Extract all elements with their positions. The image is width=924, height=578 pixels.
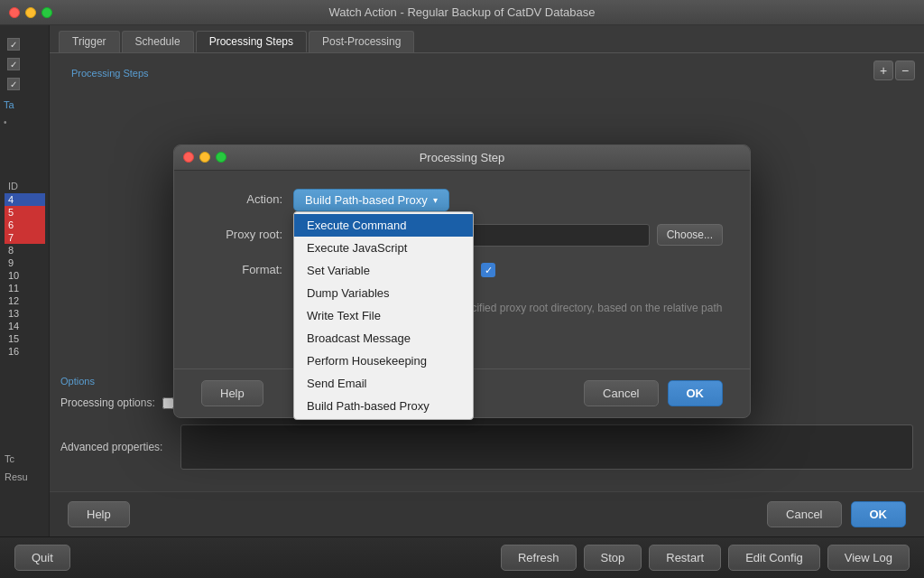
dialog-maximize-button[interactable]: [216, 152, 226, 163]
refresh-button[interactable]: Refresh: [501, 545, 577, 571]
ok-button[interactable]: OK: [668, 380, 724, 406]
dropdown-item-execute-js[interactable]: Execute JavaScript: [294, 237, 473, 259]
dialog-action-buttons: Cancel OK: [584, 380, 723, 406]
traffic-lights: [9, 7, 52, 18]
minimize-button[interactable]: [25, 7, 36, 18]
stop-button[interactable]: Stop: [584, 545, 642, 571]
dropdown-item-write-text[interactable]: Write Text File: [294, 304, 473, 327]
edit-config-button[interactable]: Edit Config: [728, 545, 820, 571]
quit-button[interactable]: Quit: [14, 545, 70, 571]
dialog-minimize-button[interactable]: [199, 152, 210, 163]
format-label: Format:: [201, 259, 282, 276]
main-window: ✓ ✓ ✓ Ta • ID 4 5 6 7 8 9 10 11 12 13 14…: [0, 25, 924, 536]
maximize-button[interactable]: [42, 7, 52, 18]
dialog-title-text: Processing Step: [420, 151, 505, 164]
dialog-close-button[interactable]: [183, 152, 194, 163]
window-title: Watch Action - Regular Backup of CatDV D…: [328, 5, 595, 19]
close-button[interactable]: [9, 7, 20, 18]
restart-button[interactable]: Restart: [649, 545, 721, 571]
action-dropdown-button[interactable]: Build Path-based Proxy ▾: [293, 189, 449, 211]
description-spacer: [201, 294, 282, 298]
dialog-body: Action: Build Path-based Proxy ▾ Execute…: [174, 171, 750, 368]
processing-step-dialog: Processing Step Action: Build Path-based…: [173, 144, 751, 418]
outer-footer-toolbar: Quit Refresh Stop Restart Edit Config Vi…: [0, 536, 924, 578]
dropdown-arrow-icon: ▾: [433, 195, 438, 205]
dropdown-item-send-email[interactable]: Send Email: [294, 372, 473, 395]
dropdown-item-set-variable[interactable]: Set Variable: [294, 259, 473, 282]
help-button[interactable]: Help: [201, 380, 263, 406]
dropdown-item-broadcast[interactable]: Broadcast Message: [294, 327, 473, 350]
dropdown-item-build-proxy[interactable]: Build Path-based Proxy: [294, 395, 473, 417]
dropdown-item-housekeeping[interactable]: Perform Housekeeping: [294, 350, 473, 372]
choose-button[interactable]: Choose...: [657, 224, 723, 246]
dropdown-item-execute-command[interactable]: Execute Command: [294, 214, 473, 237]
action-dropdown-menu[interactable]: Execute Command Execute JavaScript Set V…: [293, 211, 474, 420]
proxy-root-label: Proxy root:: [201, 224, 282, 241]
dialog-overlay: Processing Step Action: Build Path-based…: [0, 25, 924, 536]
cancel-button[interactable]: Cancel: [584, 380, 658, 406]
dialog-traffic-lights: [183, 152, 226, 163]
action-label: Action:: [201, 189, 282, 206]
action-row: Action: Build Path-based Proxy ▾ Execute…: [201, 189, 723, 211]
title-bar: Watch Action - Regular Backup of CatDV D…: [0, 0, 924, 25]
action-control: Build Path-based Proxy ▾ Execute Command…: [293, 189, 723, 211]
dialog-title-bar: Processing Step: [174, 145, 750, 171]
view-log-button[interactable]: View Log: [827, 545, 910, 571]
dropdown-item-dump-variables[interactable]: Dump Variables: [294, 282, 473, 304]
format-checkbox[interactable]: ✓: [481, 263, 495, 277]
